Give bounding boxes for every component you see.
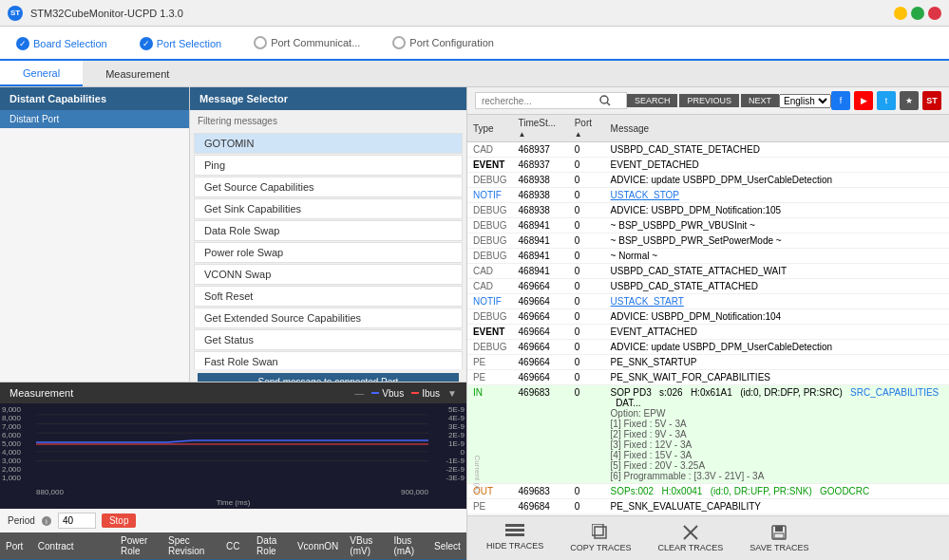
col-port: Port — [0, 532, 32, 559]
cell-time: 468941 — [513, 218, 569, 233]
period-input[interactable] — [58, 513, 96, 529]
expand-icon[interactable]: ▼ — [447, 388, 457, 399]
list-item[interactable]: Get Status — [194, 329, 463, 350]
info-icon: i — [41, 515, 52, 527]
search-box[interactable] — [475, 92, 627, 109]
tab-board-selection[interactable]: ✓ Board Selection — [0, 27, 123, 61]
list-item[interactable]: Get Source Capabilities — [194, 177, 463, 197]
cell-port: 0 — [569, 188, 605, 203]
table-row: CAD 468937 0 USBPD_CAD_STATE_DETACHED — [467, 142, 949, 158]
copy-traces-button[interactable]: COPY TRACES — [559, 520, 642, 556]
facebook-icon[interactable]: f — [831, 91, 850, 110]
app-icon: ST — [8, 6, 23, 21]
stop-button[interactable]: Stop — [102, 513, 137, 528]
list-item[interactable]: GOTOMIN — [194, 133, 463, 154]
cell-port: 0 — [569, 355, 605, 370]
copy-icon — [592, 524, 609, 541]
col-cc: CC — [220, 532, 251, 559]
cell-type: PE — [467, 355, 513, 370]
language-select[interactable]: English — [779, 94, 831, 108]
cell-type: EVENT — [467, 325, 513, 340]
hide-traces-button[interactable]: HIDE TRACES — [475, 520, 555, 556]
youtube-icon[interactable]: ▶ — [854, 91, 873, 110]
search-input[interactable] — [482, 96, 596, 106]
table-row: DEBUG 469664 0 ADVICE: update USBPD_DPM_… — [467, 340, 949, 355]
sub-nav-measurement[interactable]: Measurement — [83, 61, 192, 86]
cell-time: 469664 — [513, 309, 569, 325]
tab-port-selection[interactable]: ✓ Port Selection — [123, 27, 237, 61]
cell-message: PE_SNK_STARTUP — [605, 355, 949, 370]
cell-message: SOPs:002 H:0x0041 (id:0, DR:UFP, PR:SNK)… — [605, 484, 949, 499]
table-row: DEBUG 468941 0 ~ BSP_USBPD_PWR_VBUSInit … — [467, 218, 949, 233]
svg-line-10 — [607, 103, 610, 105]
next-search-button[interactable]: NEXT — [741, 94, 779, 107]
message-selector-header: Message Selector — [190, 87, 466, 110]
cell-type: PE — [467, 370, 513, 385]
filter-label: Filtering messages — [190, 110, 466, 132]
col-contract: Contract — [32, 532, 115, 559]
legend-vbus: Vbus — [371, 388, 404, 399]
cell-type: DEBUG — [467, 249, 513, 264]
cell-type: CAD — [467, 279, 513, 294]
previous-search-button[interactable]: PREVIOUS — [679, 94, 739, 107]
tab-port-configuration[interactable]: Port Configuration — [376, 27, 510, 59]
cell-port: 0 — [569, 249, 605, 264]
list-item[interactable]: Get Extended Source Capabilities — [194, 308, 463, 328]
check-icon: ✓ — [16, 37, 29, 50]
cell-port: 0 — [569, 173, 605, 188]
star-icon[interactable]: ★ — [900, 91, 919, 110]
save-traces-button[interactable]: SAVE TRACES — [738, 520, 820, 556]
cell-port: 0 — [569, 370, 605, 385]
traces-container[interactable]: Type TimeSt... ▲ Port ▲ Message CAD 4689… — [467, 115, 949, 515]
cell-message: USBPD_CAD_STATE_ATTACHED — [605, 279, 949, 294]
table-row: CAD 468941 0 USBPD_CAD_STATE_ATTACHED_WA… — [467, 264, 949, 279]
cell-type: DEBUG — [467, 173, 513, 188]
list-item[interactable]: Power role Swap — [194, 242, 463, 263]
maximize-button[interactable] — [911, 7, 924, 20]
col-vbus: VBus (mV) — [344, 532, 388, 559]
cell-time: 469683 — [513, 484, 569, 499]
period-label: Period — [8, 515, 35, 526]
search-button[interactable]: SEARCH — [627, 94, 678, 107]
sub-nav-general[interactable]: General — [0, 61, 83, 86]
sub-nav: General Measurement — [0, 61, 949, 87]
cell-message: USTACK_STOP — [605, 188, 949, 203]
message-list: GOTOMIN Ping Get Source Capabilities Get… — [190, 132, 466, 369]
traces-header-row: Type TimeSt... ▲ Port ▲ Message — [467, 115, 949, 142]
cell-message: PE_SNK_WAIT_FOR_CAPABILITIES — [605, 370, 949, 385]
title-bar: ST STM32CubeMonitor-UCPD 1.3.0 — [0, 0, 949, 27]
cell-port: 0 — [569, 158, 605, 173]
circle-icon — [392, 36, 406, 49]
cell-message: EVENT_ATTACHED — [605, 325, 949, 340]
list-item[interactable]: Data Role Swap — [194, 220, 463, 241]
st-icon[interactable]: ST — [922, 91, 941, 110]
table-row: NOTIF 468938 0 USTACK_STOP — [467, 188, 949, 203]
list-item[interactable]: Ping — [194, 155, 463, 176]
list-item[interactable]: VCONN Swap — [194, 264, 463, 285]
distant-cap-header: Distant Capabilities — [0, 87, 189, 110]
cell-message: EVENT_DETACHED — [605, 158, 949, 173]
cell-type: EVENT — [467, 158, 513, 173]
list-item[interactable]: Soft Reset — [194, 286, 463, 307]
cell-message: ~ BSP_USBPD_PWR_SetPowerMode ~ — [605, 233, 949, 249]
cell-message: ADVICE: USBPD_DPM_Notification:105 — [605, 203, 949, 218]
search-icon — [599, 95, 611, 106]
clear-traces-button[interactable]: CLEAR TRACES — [647, 520, 735, 556]
table-row: NOTIF 469664 0 USTACK_START — [467, 294, 949, 309]
twitter-icon[interactable]: t — [877, 91, 896, 110]
close-button[interactable] — [928, 7, 941, 20]
cell-time: 469664 — [513, 355, 569, 370]
svg-rect-20 — [774, 533, 784, 538]
cell-port: 0 — [569, 203, 605, 218]
svg-rect-19 — [775, 526, 783, 532]
cell-port: 0 — [569, 309, 605, 325]
minimize-button[interactable] — [894, 7, 907, 20]
cell-port: 0 — [569, 484, 605, 499]
cell-type: DEBUG — [467, 340, 513, 355]
col-timestamp[interactable]: TimeSt... ▲ — [513, 115, 569, 142]
cell-type: NOTIF — [467, 188, 513, 203]
list-item[interactable]: Fast Role Swan — [194, 351, 463, 369]
list-item[interactable]: Get Sink Capabilities — [194, 198, 463, 219]
tab-port-communication[interactable]: Port Communicat... — [237, 27, 376, 59]
distant-capabilities-panel: Distant Capabilities Distant Port — [0, 87, 190, 382]
